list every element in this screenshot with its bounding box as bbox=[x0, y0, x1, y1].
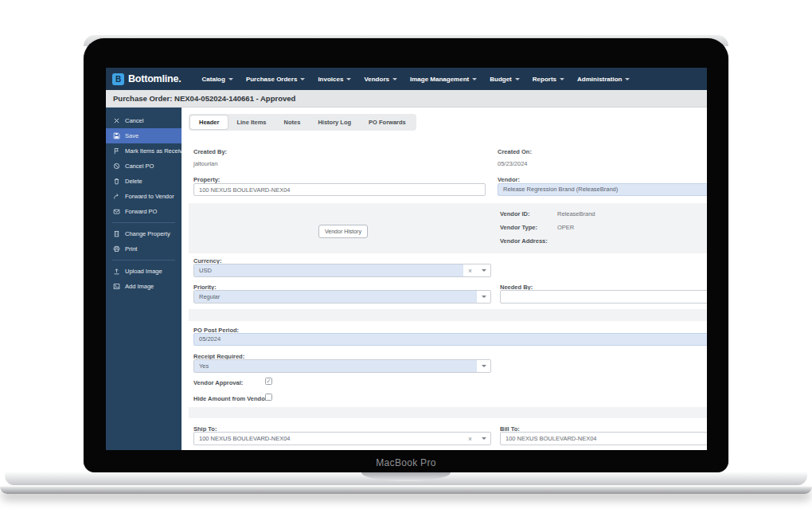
forward-arrow-icon bbox=[113, 193, 120, 200]
upload-icon bbox=[113, 268, 120, 275]
caret-down-icon[interactable] bbox=[477, 360, 490, 372]
nav-item-budget[interactable]: Budget bbox=[490, 76, 520, 83]
sidebar-item-print[interactable]: Print bbox=[106, 241, 182, 257]
nav-item-reports[interactable]: Reports bbox=[533, 76, 564, 83]
sidebar-item-change-property[interactable]: Change Property bbox=[106, 226, 182, 241]
laptop-screen-bezel: B Bottomline. Catalog Purchase Orders In… bbox=[84, 38, 728, 472]
chevron-down-icon bbox=[625, 78, 630, 80]
chevron-down-icon bbox=[228, 78, 233, 80]
sidebar-item-mark-items-as-received[interactable]: Mark Items as Received bbox=[106, 143, 182, 159]
nav-item-administration[interactable]: Administration bbox=[577, 76, 630, 83]
vendor-approval-label: Vendor Approval: bbox=[193, 379, 243, 386]
x-icon bbox=[113, 117, 120, 124]
nav-item-invoices[interactable]: Invoices bbox=[318, 76, 351, 83]
flag-icon bbox=[113, 147, 120, 155]
vendor-type-value: OPER bbox=[557, 224, 574, 231]
nav-item-purchase-orders[interactable]: Purchase Orders bbox=[246, 76, 305, 83]
sidebar-divider bbox=[112, 222, 175, 223]
priority-select[interactable]: Regular bbox=[193, 290, 491, 304]
sidebar-item-cancel-po[interactable]: Cancel PO bbox=[106, 159, 182, 174]
created-on-label: Created On: bbox=[498, 148, 532, 155]
tab-notes[interactable]: Notes bbox=[275, 116, 310, 129]
sidebar-item-add-image[interactable]: Add Image bbox=[106, 279, 182, 294]
sidebar-item-delete[interactable]: Delete bbox=[106, 174, 182, 189]
image-icon bbox=[113, 283, 120, 290]
caret-down-icon[interactable] bbox=[477, 433, 490, 445]
hide-amount-checkbox[interactable] bbox=[265, 394, 272, 401]
caret-down-icon[interactable] bbox=[477, 291, 490, 303]
save-icon bbox=[113, 132, 120, 139]
brand-logo[interactable]: B Bottomline. bbox=[112, 73, 182, 85]
property-label: Property: bbox=[193, 176, 220, 183]
envelope-icon bbox=[113, 208, 120, 215]
chevron-down-icon bbox=[300, 78, 305, 80]
printer-icon bbox=[113, 245, 120, 253]
brand-logo-icon: B bbox=[112, 73, 124, 85]
vendor-panel bbox=[189, 203, 707, 253]
vendor-approval-checkbox[interactable]: ✓ bbox=[265, 378, 272, 385]
po-post-period-input[interactable]: 05/2024 bbox=[193, 333, 707, 346]
nav-item-vendors[interactable]: Vendors bbox=[364, 76, 397, 83]
building-icon bbox=[113, 230, 120, 237]
vendor-id-label: Vendor ID: bbox=[500, 210, 530, 217]
section-spacer bbox=[189, 309, 707, 321]
sidebar-divider bbox=[112, 260, 175, 260]
page: B Bottomline. Catalog Purchase Orders In… bbox=[0, 0, 812, 517]
sidebar-item-forward-po[interactable]: Forward PO bbox=[106, 204, 182, 219]
app-screen: B Bottomline. Catalog Purchase Orders In… bbox=[106, 68, 707, 450]
action-sidebar: Cancel Save Mark Items as Received Cance… bbox=[106, 108, 182, 450]
receipt-required-select[interactable]: Yes bbox=[193, 359, 491, 373]
chevron-down-icon bbox=[392, 78, 397, 80]
top-navbar: B Bottomline. Catalog Purchase Orders In… bbox=[106, 68, 707, 90]
tab-po-forwards[interactable]: PO Forwards bbox=[360, 116, 415, 129]
laptop-base-edge bbox=[0, 487, 812, 494]
vendor-address-label: Vendor Address: bbox=[500, 237, 548, 245]
page-title: Purchase Order: NEX04-052024-140661 - Ap… bbox=[106, 90, 707, 108]
nav-item-image-management[interactable]: Image Management bbox=[410, 76, 477, 83]
vendor-type-label: Vendor Type: bbox=[500, 224, 537, 231]
sidebar-item-cancel[interactable]: Cancel bbox=[106, 113, 182, 128]
clear-icon[interactable]: × bbox=[463, 264, 477, 276]
tab-header[interactable]: Header bbox=[190, 116, 228, 129]
section-spacer bbox=[189, 407, 707, 418]
ban-icon bbox=[113, 163, 120, 170]
sidebar-item-upload-image[interactable]: Upload Image bbox=[106, 264, 182, 279]
tab-line-items[interactable]: Line Items bbox=[228, 116, 275, 129]
vendor-id-value: ReleaseBrand bbox=[557, 210, 595, 217]
created-by-value: jaltourian bbox=[193, 160, 217, 167]
created-by-label: Created By: bbox=[193, 148, 227, 155]
vendor-label: Vendor: bbox=[498, 176, 520, 183]
nav-menu: Catalog Purchase Orders Invoices Vendors… bbox=[202, 76, 630, 83]
chevron-down-icon bbox=[472, 78, 477, 80]
tab-bar: Header Line Items Notes History Log PO F… bbox=[189, 114, 416, 131]
currency-select[interactable]: USD × bbox=[193, 264, 491, 277]
clear-icon[interactable]: × bbox=[463, 433, 477, 445]
brand-name: Bottomline. bbox=[128, 73, 182, 84]
tab-history-log[interactable]: History Log bbox=[309, 116, 360, 129]
property-input[interactable] bbox=[193, 183, 486, 196]
nav-item-catalog[interactable]: Catalog bbox=[202, 76, 233, 83]
device-label: MacBook Pro bbox=[84, 457, 728, 468]
sidebar-item-save[interactable]: Save bbox=[106, 128, 182, 143]
bill-to-input[interactable] bbox=[500, 432, 707, 445]
chevron-down-icon bbox=[560, 78, 564, 80]
main-content: Header Line Items Notes History Log PO F… bbox=[182, 108, 707, 450]
vendor-input[interactable]: Release Regression Brand (ReleaseBrand) bbox=[498, 183, 707, 196]
hide-amount-label: Hide Amount from Vendor: bbox=[193, 395, 269, 402]
chevron-down-icon bbox=[515, 78, 520, 80]
trash-icon bbox=[113, 178, 120, 185]
created-on-value: 05/23/2024 bbox=[498, 160, 528, 167]
sidebar-item-forward-to-vendor[interactable]: Forward to Vendor bbox=[106, 189, 182, 204]
ship-to-select[interactable]: 100 NEXUS BOULEVARD-NEX04 × bbox=[193, 432, 491, 445]
vendor-history-button[interactable]: Vendor History bbox=[318, 225, 368, 238]
needed-by-input[interactable] bbox=[500, 290, 707, 304]
chevron-down-icon bbox=[346, 78, 351, 80]
caret-down-icon[interactable] bbox=[477, 264, 490, 276]
